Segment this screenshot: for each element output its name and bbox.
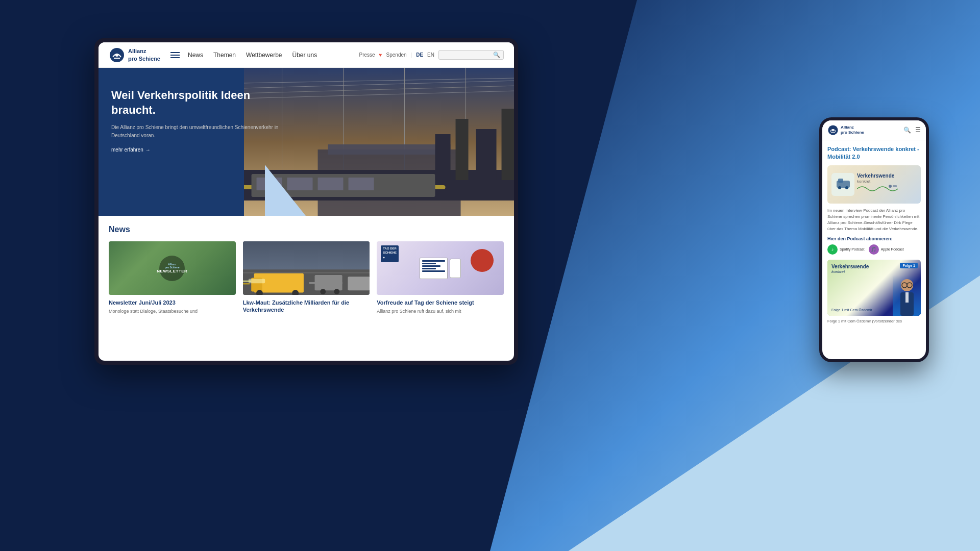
- spotify-icon: ♪: [827, 244, 838, 255]
- svg-rect-12: [328, 144, 450, 155]
- phone-podcast-title: Podcast: Verkehrswende konkret - Mobilit…: [827, 145, 921, 161]
- hamburger-icon[interactable]: [170, 52, 180, 58]
- lang-separator: |: [411, 52, 412, 58]
- svg-rect-40: [348, 277, 370, 290]
- podcast-subscribe-label: Hier den Podcast abonnieren:: [827, 236, 921, 241]
- nav-news[interactable]: News: [188, 52, 203, 59]
- phone-logo-area[interactable]: Allianz pro Schiene: [827, 124, 903, 136]
- phone-logo-text: Allianz pro Schiene: [841, 125, 864, 136]
- svg-rect-48: [838, 179, 843, 183]
- podcast-thumb-content: Verkehrswende konkret: [857, 172, 917, 196]
- screen-mockup: [420, 258, 448, 279]
- presse-link[interactable]: Presse: [359, 52, 375, 58]
- news-card-digital: TAG DERSCHIENE* Vorfreude auf Tag der Sc…: [377, 241, 504, 316]
- svg-rect-37: [314, 275, 342, 290]
- hero-cta-link[interactable]: mehr erfahren: [111, 147, 279, 153]
- podcast-platforms: ♪ Spotify Podcast 🎵 Apple Podcast: [827, 244, 921, 255]
- svg-point-38: [320, 289, 326, 294]
- podcast-thumb-title: Verkehrswende: [857, 172, 917, 179]
- podcast-thumb-subtitle: konkret: [857, 179, 917, 184]
- svg-point-49: [889, 185, 892, 188]
- svg-rect-42: [243, 283, 250, 284]
- news-card-link-digital[interactable]: Vorfreude auf Tag der Schiene steigt: [377, 299, 504, 306]
- svg-point-46: [838, 186, 841, 189]
- nav-ueber-uns[interactable]: Über uns: [292, 52, 317, 59]
- svg-rect-50: [893, 185, 897, 187]
- episode-title-sub: konkret: [831, 269, 869, 274]
- svg-rect-56: [905, 292, 909, 303]
- news-grid: Allianzpro Schiene NEWSLETTER Newsletter…: [109, 241, 504, 316]
- red-blob-decoration: [471, 249, 494, 272]
- episode-badge: Folge 1: [900, 263, 918, 268]
- tablet-device: Allianz pro Schiene News Themen Wettbewe…: [94, 38, 518, 365]
- spenden-link[interactable]: Spenden: [386, 52, 407, 58]
- news-card-excerpt-digital: Allianz pro Schiene ruft dazu auf, sich …: [377, 308, 504, 315]
- news-card-newsletter: Allianzpro Schiene NEWSLETTER Newsletter…: [109, 241, 236, 316]
- news-card-img-traffic: [243, 241, 370, 295]
- nav-themen[interactable]: Themen: [213, 52, 236, 59]
- logo-text: Allianz pro Schiene: [128, 47, 160, 62]
- nav-wettbewerbe[interactable]: Wettbewerbe: [246, 52, 282, 59]
- svg-rect-23: [476, 129, 496, 180]
- lang-en[interactable]: EN: [427, 52, 434, 58]
- svg-rect-24: [501, 109, 514, 180]
- news-card-excerpt-newsletter: Monologe statt Dialoge, Staatsbesuche un…: [109, 308, 236, 315]
- svg-point-44: [832, 129, 834, 131]
- svg-rect-41: [243, 281, 251, 282]
- hero-description: Die Allianz pro Schiene bringt den umwel…: [111, 123, 279, 140]
- apple-icon: 🎵: [869, 244, 879, 255]
- episode-title-block: Verkehrswende konkret: [831, 264, 869, 274]
- spotify-label: Spotify Podcast: [840, 247, 865, 251]
- spotify-platform[interactable]: ♪ Spotify Podcast: [827, 244, 865, 255]
- logo-area[interactable]: Allianz pro Schiene: [109, 47, 160, 63]
- phone-card-desc: Folge 1 mit Cem Özdemir (Vorsitzender de…: [827, 316, 921, 324]
- svg-rect-20: [348, 178, 374, 190]
- podcast-description: Im neuen Interview-Podcast der Allianz p…: [827, 208, 921, 232]
- episode-title-main: Verkehrswende: [831, 264, 869, 269]
- news-section: News Allianzpro Schiene NEWSLETTER Newsl…: [99, 216, 514, 321]
- newsletter-badge-inner: Allianzpro Schiene NEWSLETTER: [157, 263, 187, 273]
- lang-de[interactable]: DE: [416, 52, 423, 58]
- news-card-link-traffic[interactable]: Lkw-Maut: Zusätzliche Milliarden für die…: [243, 299, 370, 314]
- phone-search-icon[interactable]: 🔍: [903, 127, 911, 134]
- news-card-link-newsletter[interactable]: Newsletter Juni/Juli 2023: [109, 299, 236, 306]
- news-card-img-digital: TAG DERSCHIENE*: [377, 241, 504, 295]
- heart-icon: ♥: [379, 52, 382, 58]
- phone-mockup: [450, 259, 461, 278]
- phone-menu-icon[interactable]: ☰: [915, 127, 921, 134]
- svg-point-39: [334, 289, 339, 294]
- phone-header: Allianz pro Schiene 🔍 ☰: [822, 120, 926, 140]
- svg-rect-19: [317, 178, 343, 190]
- phone-logo-icon: [827, 124, 839, 136]
- news-section-title: News: [109, 225, 504, 234]
- podcast-thumbnail: Verkehrswende konkret: [827, 165, 921, 204]
- header-right: Presse ♥ Spenden | DE EN 🔍: [359, 50, 504, 60]
- hero-section: Weil Verkehrspolitik Ideen braucht. Die …: [99, 68, 514, 216]
- hero-content: Weil Verkehrspolitik Ideen braucht. Die …: [99, 68, 289, 216]
- newsletter-logo: Allianzpro Schiene: [157, 263, 187, 269]
- episode-person: [893, 275, 921, 316]
- newsletter-badge: Allianzpro Schiene NEWSLETTER: [159, 256, 185, 281]
- apple-label: Apple Podcast: [881, 247, 904, 251]
- phone-header-icons: 🔍 ☰: [903, 127, 921, 134]
- svg-rect-22: [455, 119, 468, 180]
- news-card-traffic: Lkw-Maut: Zusätzliche Milliarden für die…: [243, 241, 370, 316]
- phone-content: Podcast: Verkehrswende konkret - Mobilit…: [822, 140, 926, 356]
- svg-point-47: [845, 186, 848, 189]
- svg-rect-27: [243, 272, 370, 273]
- svg-rect-21: [435, 134, 450, 180]
- search-box[interactable]: 🔍: [438, 50, 504, 60]
- podcast-episode-card[interactable]: Verkehrswende konkret Folge 1: [827, 260, 921, 316]
- newsletter-label: NEWSLETTER: [157, 269, 187, 273]
- nav-links: News Themen Wettbewerbe Über uns: [188, 52, 359, 59]
- hero-triangle: [265, 165, 306, 216]
- search-icon[interactable]: 🔍: [493, 52, 500, 58]
- episode-folge-label: Folge 1 mit Cem Özdemir: [831, 308, 872, 312]
- news-card-img-newsletter: Allianzpro Schiene NEWSLETTER: [109, 241, 236, 295]
- phone-device: Allianz pro Schiene 🔍 ☰ Podcast: Verkehr…: [819, 117, 929, 362]
- site-header: Allianz pro Schiene News Themen Wettbewe…: [99, 42, 514, 68]
- search-input[interactable]: [442, 52, 493, 58]
- apple-platform[interactable]: 🎵 Apple Podcast: [869, 244, 904, 255]
- logo-icon: [109, 47, 125, 63]
- phone-screen: Allianz pro Schiene 🔍 ☰ Podcast: Verkehr…: [822, 120, 926, 359]
